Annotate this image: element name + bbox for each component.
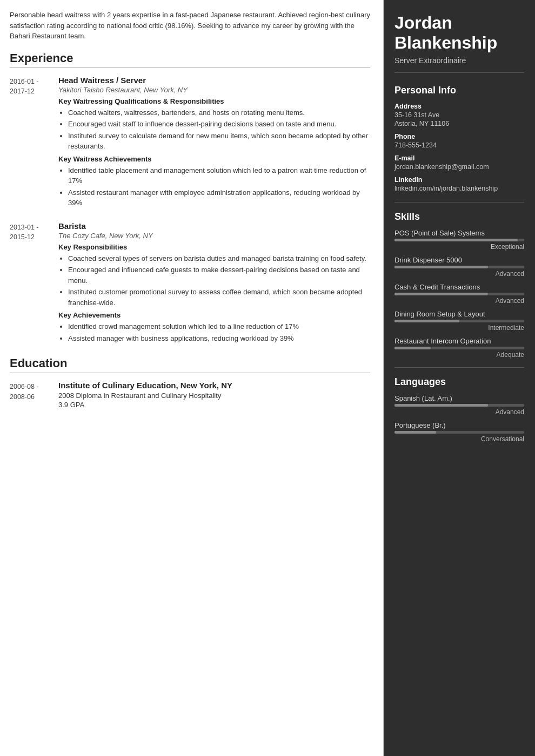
- address-line1: 35-16 31st Ave: [394, 111, 524, 119]
- skill-name: Dining Room Setup & Layout: [394, 310, 524, 318]
- skill-bar-bg: [394, 266, 524, 268]
- skill-name: Drink Dispenser 5000: [394, 256, 524, 264]
- bullet-item: Identified crowd management solution whi…: [68, 321, 370, 332]
- bullet-item: Coached several types of servers on bari…: [68, 253, 370, 264]
- skills-section: Skills POS (Point of Sale) SystemsExcept…: [394, 211, 524, 368]
- bullet-list: Coached waiters, waitresses, bartenders,…: [58, 107, 370, 152]
- language-bar-bg: [394, 404, 524, 407]
- company-name: Yakitori Taisho Restaurant, New York, NY: [58, 86, 370, 94]
- experience-section: Experience 2016-01 - 2017-12Head Waitres…: [10, 51, 370, 347]
- language-level: Conversational: [394, 435, 524, 443]
- sub-heading: Key Waitress Achievements: [58, 155, 370, 163]
- skill-name: Restaurant Intercom Operation: [394, 337, 524, 345]
- sub-heading: Key Responsibilities: [58, 243, 370, 251]
- skill-bar-fill: [394, 239, 518, 241]
- skill-level: Advanced: [394, 297, 524, 305]
- skill-bar-bg: [394, 293, 524, 295]
- bullet-item: Encouraged and influenced cafe guests to…: [68, 265, 370, 286]
- languages-section: Languages Spanish (Lat. Am.)AdvancedPort…: [394, 376, 524, 443]
- sub-heading: Key Waitressing Qualifications & Respons…: [58, 97, 370, 105]
- education-section: Education 2006-08 - 2008-06Institute of …: [10, 356, 370, 409]
- skill-name: POS (Point of Sale) Systems: [394, 229, 524, 237]
- experience-container: 2016-01 - 2017-12Head Waitress / ServerY…: [10, 76, 370, 347]
- education-section-title: Education: [10, 356, 370, 373]
- experience-date: 2013-01 - 2015-12: [10, 221, 58, 347]
- degree: 2008 Diploma in Restaurant and Culinary …: [58, 392, 370, 400]
- skill-level: Exceptional: [394, 243, 524, 251]
- phone-value: 718-555-1234: [394, 141, 524, 149]
- skill-level: Intermediate: [394, 324, 524, 332]
- experience-detail: BaristaThe Cozy Cafe, New York, NYKey Re…: [58, 221, 370, 347]
- languages-title: Languages: [394, 376, 524, 388]
- bullet-item: Instituted customer promotional survey t…: [68, 287, 370, 308]
- language-name: Portuguese (Br.): [394, 421, 524, 429]
- candidate-title: Server Extraordinaire: [394, 56, 524, 73]
- bullet-list: Identified crowd management solution whi…: [58, 321, 370, 343]
- right-column: Jordan Blankenship Server Extraordinaire…: [384, 0, 535, 756]
- linkedin-value: linkedin.com/in/jordan.blankenship: [394, 185, 524, 192]
- bullet-item: Assisted restaurant manager with employe…: [68, 187, 370, 208]
- bullet-item: Coached waiters, waitresses, bartenders,…: [68, 107, 370, 118]
- language-level: Advanced: [394, 408, 524, 416]
- left-column: Personable head waitress with 2 years ex…: [0, 0, 384, 756]
- bullet-list: Identified table placement and managemen…: [58, 165, 370, 208]
- skill-bar-fill: [394, 320, 459, 322]
- skill-name: Cash & Credit Transactions: [394, 283, 524, 291]
- education-detail: Institute of Culinary Education, New Yor…: [58, 381, 370, 409]
- linkedin-label: LinkedIn: [394, 176, 524, 184]
- gpa: 3.9 GPA: [58, 401, 370, 409]
- skill-bar-bg: [394, 320, 524, 322]
- languages-container: Spanish (Lat. Am.)AdvancedPortuguese (Br…: [394, 394, 524, 443]
- phone-label: Phone: [394, 133, 524, 140]
- skill-bar-bg: [394, 347, 524, 349]
- address-line2: Astoria, NY 11106: [394, 120, 524, 127]
- skill-bar-fill: [394, 347, 431, 349]
- bullet-item: Assisted manager with business applicati…: [68, 333, 370, 344]
- sub-heading: Key Achievements: [58, 311, 370, 319]
- bullet-list: Coached several types of servers on bari…: [58, 253, 370, 308]
- bullet-item: Instituted survey to calculate demand fo…: [68, 131, 370, 152]
- institution-name: Institute of Culinary Education, New Yor…: [58, 381, 370, 390]
- experience-detail: Head Waitress / ServerYakitori Taisho Re…: [58, 76, 370, 212]
- email-value: jordan.blankenship@gmail.com: [394, 163, 524, 171]
- skill-level: Adequate: [394, 351, 524, 359]
- experience-date: 2016-01 - 2017-12: [10, 76, 58, 212]
- education-container: 2006-08 - 2008-06Institute of Culinary E…: [10, 381, 370, 409]
- skill-bar-bg: [394, 239, 524, 241]
- personal-info-title: Personal Info: [394, 85, 524, 96]
- language-bar-bg: [394, 431, 524, 434]
- personal-info-section: Personal Info Address 35-16 31st Ave Ast…: [394, 85, 524, 202]
- job-title: Head Waitress / Server: [58, 76, 370, 85]
- skill-bar-fill: [394, 266, 488, 268]
- email-label: E-mail: [394, 154, 524, 162]
- language-bar-fill: [394, 431, 436, 434]
- candidate-name: Jordan Blankenship: [394, 13, 524, 53]
- bullet-item: Encouraged wait staff to influence desse…: [68, 119, 370, 130]
- education-date: 2006-08 - 2008-06: [10, 381, 58, 409]
- education-block: 2006-08 - 2008-06Institute of Culinary E…: [10, 381, 370, 409]
- bullet-item: Identified table placement and managemen…: [68, 165, 370, 186]
- company-name: The Cozy Cafe, New York, NY: [58, 232, 370, 240]
- skill-level: Advanced: [394, 270, 524, 278]
- language-bar-fill: [394, 404, 488, 407]
- job-title: Barista: [58, 221, 370, 231]
- skills-title: Skills: [394, 211, 524, 222]
- skill-bar-fill: [394, 293, 488, 295]
- language-name: Spanish (Lat. Am.): [394, 394, 524, 402]
- experience-block: 2013-01 - 2015-12BaristaThe Cozy Cafe, N…: [10, 221, 370, 347]
- experience-section-title: Experience: [10, 51, 370, 68]
- skills-container: POS (Point of Sale) SystemsExceptionalDr…: [394, 229, 524, 359]
- summary-text: Personable head waitress with 2 years ex…: [10, 10, 370, 42]
- address-label: Address: [394, 103, 524, 110]
- experience-block: 2016-01 - 2017-12Head Waitress / ServerY…: [10, 76, 370, 212]
